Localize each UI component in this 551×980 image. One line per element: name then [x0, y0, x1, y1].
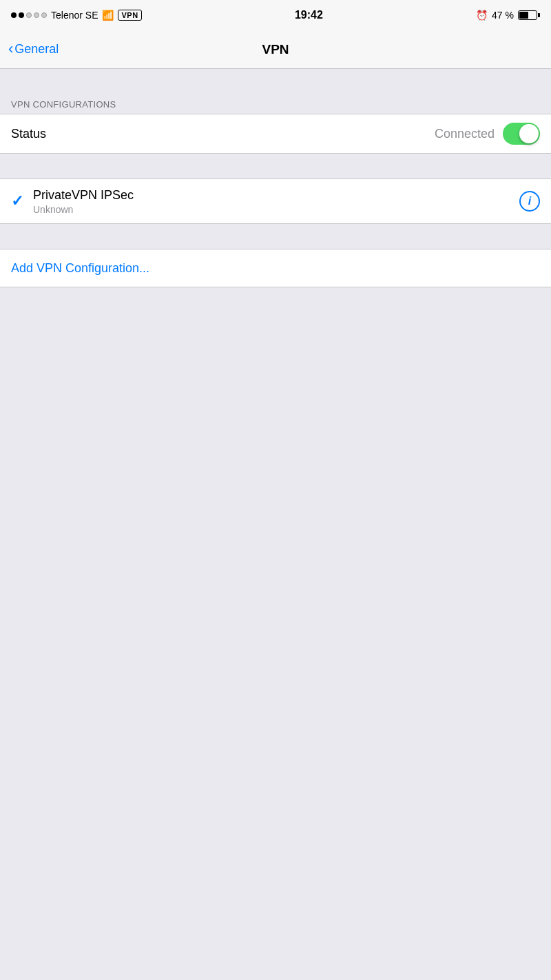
- vpn-name: PrivateVPN IPSec: [33, 188, 519, 203]
- vpn-badge: VPN: [118, 10, 141, 21]
- alarm-icon: ⏰: [476, 10, 488, 21]
- checkmark-icon: ✓: [11, 192, 23, 210]
- status-right: ⏰ 47 %: [476, 10, 540, 21]
- battery-percentage: 47 %: [492, 10, 514, 21]
- section-header-vpn-configurations: VPN CONFIGURATIONS: [0, 94, 551, 114]
- signal-dot-3: [26, 12, 32, 18]
- vpn-toggle[interactable]: [503, 123, 540, 145]
- status-row: Status Connected: [0, 114, 551, 153]
- vpn-subtitle: Unknown: [33, 204, 519, 215]
- vpn-config-card: ✓ PrivateVPN IPSec Unknown i: [0, 178, 551, 224]
- signal-dot-2: [19, 12, 24, 18]
- vpn-config-row[interactable]: ✓ PrivateVPN IPSec Unknown i: [0, 179, 551, 223]
- status-time: 19:42: [295, 9, 323, 21]
- nav-bar: ‹ General VPN: [0, 30, 551, 69]
- battery-indicator: [518, 10, 540, 20]
- vpn-info: PrivateVPN IPSec Unknown: [33, 188, 519, 215]
- battery-fill: [519, 12, 528, 19]
- battery-body: [518, 10, 537, 20]
- status-bar: Telenor SE 📶 VPN 19:42 ⏰ 47 %: [0, 0, 551, 30]
- status-card: Status Connected: [0, 114, 551, 154]
- info-button[interactable]: i: [519, 191, 540, 212]
- signal-dot-1: [11, 12, 17, 18]
- signal-dots: [11, 12, 47, 18]
- add-vpn-row[interactable]: Add VPN Configuration...: [0, 249, 551, 287]
- signal-dot-5: [41, 12, 47, 18]
- section-gap-top: [0, 69, 551, 94]
- wifi-icon: 📶: [102, 10, 114, 21]
- chevron-left-icon: ‹: [8, 41, 13, 57]
- status-label: Status: [11, 127, 435, 141]
- info-icon: i: [528, 195, 531, 207]
- back-button[interactable]: ‹ General: [8, 42, 59, 57]
- toggle-thumb: [519, 124, 539, 143]
- carrier-label: Telenor SE: [51, 10, 98, 21]
- add-vpn-label: Add VPN Configuration...: [11, 261, 149, 276]
- page-title: VPN: [262, 42, 289, 57]
- back-label: General: [14, 42, 59, 57]
- signal-dot-4: [34, 12, 39, 18]
- section-gap-middle: [0, 154, 551, 178]
- section-gap-bottom: [0, 224, 551, 249]
- battery-tip: [538, 13, 540, 17]
- bottom-fill: [0, 287, 551, 770]
- status-value: Connected: [435, 127, 495, 141]
- status-left: Telenor SE 📶 VPN: [11, 10, 142, 21]
